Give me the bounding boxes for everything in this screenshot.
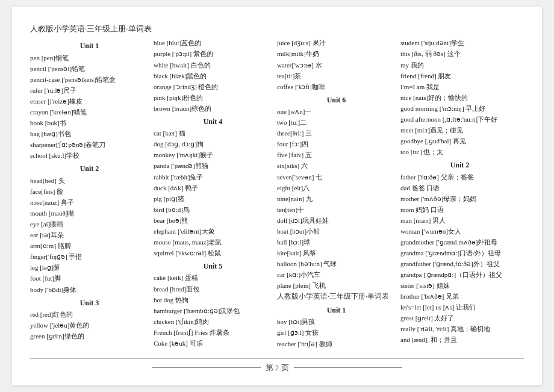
word-entry: dog [dɔɡ, dɔ:ɡ]狗: [154, 139, 272, 149]
unit-heading: Unit 2: [400, 160, 519, 171]
word-entry: coffee ['kɔfi]咖啡: [277, 82, 396, 92]
word-entry: school [sku:l]学校: [30, 151, 149, 161]
word-entry: pencil-case ['pensəlkeis]铅笔盒: [30, 75, 149, 85]
word-entry: doll [dɔl]玩具娃娃: [277, 216, 396, 226]
word-entry: eight [eit]八: [277, 183, 396, 193]
word-entry: woman ['wumən]女人: [400, 226, 519, 237]
word-entry: sharpener['ʃɑːpənə]卷笔刀: [30, 140, 149, 150]
word-entry: body ['bɒdi]身体: [30, 285, 149, 295]
word-entry: teacher ['ti:tʃə] 教师: [277, 339, 396, 349]
word-entry: two [tu:]二: [277, 117, 396, 128]
word-entry: head[hed] 头: [30, 176, 149, 186]
word-entry: seven['sevən] 七: [277, 172, 396, 182]
word-entry: bird [bɑ:d]鸟: [154, 205, 272, 215]
word-entry: black [blæk]黑色的: [154, 71, 272, 81]
word-entry: face[feis] 脸: [30, 187, 149, 197]
word-entry: pig [piɡ]猪: [154, 194, 272, 204]
word-entry: monkey ['mʌŋki]猴子: [154, 150, 272, 160]
page-footer: 第 2 页: [30, 358, 524, 373]
word-entry: green [ɡri:n]绿色的: [30, 331, 149, 341]
subtitle: 人教版小学英语·三年级下册·单词表: [277, 291, 396, 302]
word-entry: squirrel ['skwɑ:rəl] 松鼠: [154, 248, 272, 258]
word-entry: foot [fut]脚: [30, 273, 149, 284]
word-entry: arm[ɑ:m] 胳膊: [30, 241, 149, 251]
word-entry: panda ['pændə]熊猫: [154, 161, 272, 171]
word-entry: yellow ['jeləu]黄色的: [30, 320, 149, 331]
word-entry: six[siks] 六: [277, 161, 396, 171]
unit-heading: Unit 1: [277, 305, 396, 316]
word-entry: grandfather ['ɡrænd,fɑ:ðə]外）祖父: [400, 259, 519, 269]
word-entry: crayon ['kreiən]蜡笔: [30, 107, 149, 117]
word-entry: leg [leɡ]腿: [30, 263, 149, 273]
word-entry: book [buk]书: [30, 118, 149, 128]
column-1: Unit 1pen [pen]钢笔pencil ['pensəl]铅笔penci…: [30, 38, 154, 349]
word-entry: car [kɑ:]小汽车: [277, 270, 396, 280]
word-entry: meet [mi:t]遇见；碰见: [400, 125, 519, 135]
word-entry: really ['riəli, 'ri:li] 真地；确切地: [400, 324, 519, 334]
word-entry: dad 爸爸 口语: [400, 183, 519, 193]
word-entry: ruler ['ru:lə]尺子: [30, 86, 149, 96]
word-entry: ear [iə]耳朵: [30, 230, 149, 240]
unit-heading: Unit 3: [30, 297, 149, 309]
word-entry: friend [frend] 朋友: [400, 71, 519, 81]
word-entry: milk[milk]牛奶: [277, 49, 396, 59]
word-entry: girl [ɡɜ:l] 女孩: [277, 328, 396, 338]
word-entry: mother ['mʌðə]母亲；妈妈: [400, 194, 519, 204]
word-entry: nose[nauz] 鼻子: [30, 198, 149, 208]
word-entry: purple ['pɜ:pl] 紫色的: [154, 49, 272, 59]
word-entry: red [red]红色的: [30, 310, 149, 320]
word-entry: juice [dʒu:s] 果汁: [277, 38, 396, 48]
word-entry: let's=let [let] us [ʌs] 让我们: [400, 302, 519, 313]
word-entry: eraser [i'reizə]橡皮: [30, 96, 149, 107]
word-entry: ten[ten]十: [277, 205, 396, 215]
word-entry: too [tu:] 也；太: [400, 147, 519, 157]
word-entry: hamburger ['hæmbɑ:ɡə]汉堡包: [154, 306, 272, 316]
word-entry: good morning ['mɔ:niŋ] 早上好: [400, 104, 519, 114]
word-entry: elephant ['elifənt]大象: [154, 226, 272, 237]
word-entry: white [hwait] 白色的: [154, 60, 272, 70]
word-entry: French [frentʃ] Fries 炸薯条: [154, 328, 272, 338]
unit-heading: Unit 2: [30, 163, 149, 175]
page-title: 人教版小学英语·三年级上册·单词表: [30, 23, 524, 34]
word-entry: goodbye [,ɡud'bai] 再见: [400, 136, 519, 146]
word-entry: bear [beə]熊: [154, 216, 272, 226]
word-entry: ball [bɔ:l]球: [277, 237, 396, 247]
unit-heading: Unit 1: [30, 40, 149, 52]
word-entry: tea[ti:]茶: [277, 71, 396, 81]
columns-container: Unit 1pen [pen]钢笔pencil ['pensəl]铅笔penci…: [30, 38, 524, 349]
word-entry: kite[kait] 风筝: [277, 248, 396, 258]
word-entry: grandpa ['ɡrændpɑ:]（口语外）祖父: [400, 270, 519, 280]
word-entry: cake [keik] 蛋糕: [154, 273, 272, 283]
word-entry: boy [bɔi]男孩: [277, 317, 396, 327]
word-entry: three[θri:] 三: [277, 128, 396, 138]
word-entry: nine[nain] 九: [277, 194, 396, 204]
column-3: juice [dʒu:s] 果汁milk[milk]牛奶water['wɔ:tə…: [277, 38, 400, 349]
word-entry: duck [dʌk] 鸭子: [154, 183, 272, 193]
word-entry: eye [ai]眼睛: [30, 219, 149, 229]
word-entry: mouth [mauθ]嘴: [30, 208, 149, 219]
unit-heading: Unit 4: [154, 116, 272, 128]
word-entry: bread [bred]面包: [154, 284, 272, 294]
word-entry: mom 妈妈 口语: [400, 205, 519, 215]
unit-heading: Unit 6: [277, 95, 396, 106]
word-entry: blue [blu:]蓝色的: [154, 38, 272, 48]
word-entry: nice [nais]好的；愉快的: [400, 93, 519, 103]
word-entry: chicken ['tʃikin]鸡肉: [154, 317, 272, 327]
word-entry: one [wʌn]一: [277, 107, 396, 117]
word-entry: pink [piŋk]粉色的: [154, 93, 272, 103]
word-entry: father ['fɑ:ðə] 父亲；爸爸: [400, 172, 519, 182]
word-entry: rabbit ['ræbit]兔子: [154, 172, 272, 182]
word-entry: four [fɔ:]四: [277, 139, 396, 149]
column-2: blue [blu:]蓝色的purple ['pɜ:pl] 紫色的white […: [154, 38, 277, 349]
column-4: student ['stju:dənt]学生this [ðis, 弱 ðəs] …: [400, 38, 524, 349]
page-number: 第 2 页: [266, 362, 289, 373]
word-entry: boat [bɔut]小船: [277, 226, 396, 237]
word-entry: brown [braun]棕色的: [154, 104, 272, 114]
word-entry: Coke [kəuk] 可乐: [154, 338, 272, 349]
word-entry: brother ['brʌðə] 兄弟: [400, 291, 519, 302]
word-entry: grandmother ['ɡrændˌmʌðə]外祖母: [400, 237, 519, 247]
word-entry: hot dog 热狗: [154, 295, 272, 305]
word-entry: grandma ['ɡrændmɑ:]口语/外）祖母: [400, 248, 519, 258]
word-entry: student ['stju:dənt]学生: [400, 38, 519, 48]
word-entry: pen [pen]钢笔: [30, 53, 149, 63]
